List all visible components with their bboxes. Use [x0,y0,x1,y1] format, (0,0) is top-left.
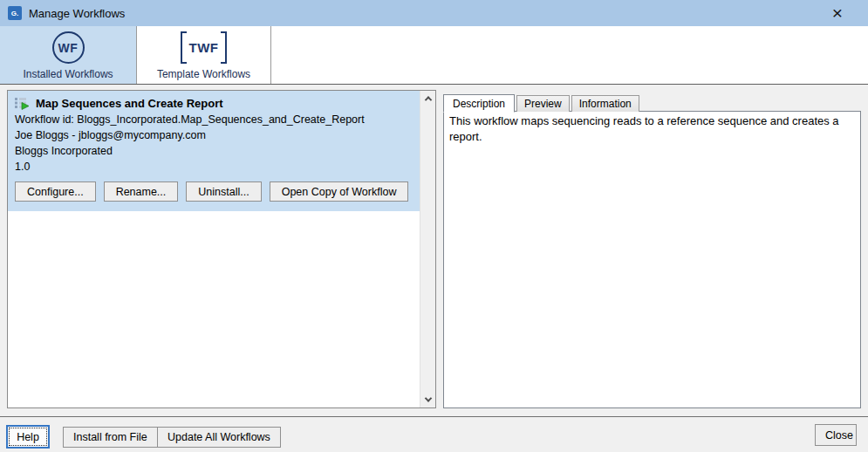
description-text: This workflow maps sequencing reads to a… [449,113,855,145]
window-title: Manage Workflows [29,7,125,20]
installed-workflows-list: Map Sequences and Create Report Workflow… [7,90,436,408]
update-all-workflows-button[interactable]: Update All Workflows [157,427,281,448]
template-workflows-icon-text: TWF [187,31,222,64]
uninstall-button[interactable]: Uninstall... [186,181,261,202]
workflow-list-item[interactable]: Map Sequences and Create Report Workflow… [8,91,420,211]
scroll-up-icon[interactable] [420,92,435,106]
tab-preview[interactable]: Preview [516,95,570,112]
description-panel: This workflow maps sequencing reads to a… [443,111,861,408]
workflow-version: 1.0 [15,161,412,173]
configure-button[interactable]: Configure... [15,181,96,202]
bracket-right-icon [221,31,227,64]
tab-template-workflows[interactable]: TWF Template Workflows [137,26,271,84]
list-scrollbar[interactable] [420,91,435,407]
footer-divider [0,416,868,417]
detail-tab-bar: Description Preview Information [443,93,641,112]
tab-installed-workflows[interactable]: WF Installed Workflows [0,26,137,84]
close-icon[interactable]: × [827,4,848,22]
workflow-author: Joe Bloggs - jbloggs@mycompany.com [15,129,412,141]
workflow-id: Workflow id: Bloggs_Incorporated.Map_Seq… [15,113,412,126]
close-button[interactable]: Close [815,424,857,446]
bracket-left-icon [181,31,187,64]
workflow-organization: Bloggs Incorporated [15,145,412,157]
open-copy-of-workflow-button[interactable]: Open Copy of Workflow [270,181,409,202]
installed-workflows-icon: WF [52,31,85,64]
workflow-tab-bar: WF Installed Workflows TWF Template Work… [0,26,868,85]
rename-button[interactable]: Rename... [104,181,179,202]
workflow-list: Map Sequences and Create Report Workflow… [8,91,420,407]
tab-description[interactable]: Description [443,94,515,113]
install-from-file-button[interactable]: Install from File [63,427,158,448]
tab-installed-workflows-label: Installed Workflows [23,68,113,80]
app-icon: G. [8,6,22,20]
title-bar: G. Manage Workflows × [0,0,868,26]
tab-information[interactable]: Information [571,95,639,112]
help-button[interactable]: Help [6,425,50,449]
help-button-label: Help [17,431,39,443]
template-workflows-icon: TWF [181,31,228,64]
scroll-down-icon[interactable] [420,393,435,407]
workflow-name: Map Sequences and Create Report [36,97,223,110]
workflow-icon [15,97,30,110]
manage-workflows-dialog: G. Manage Workflows × WF Installed Workf… [0,0,868,452]
tab-template-workflows-label: Template Workflows [157,68,250,80]
